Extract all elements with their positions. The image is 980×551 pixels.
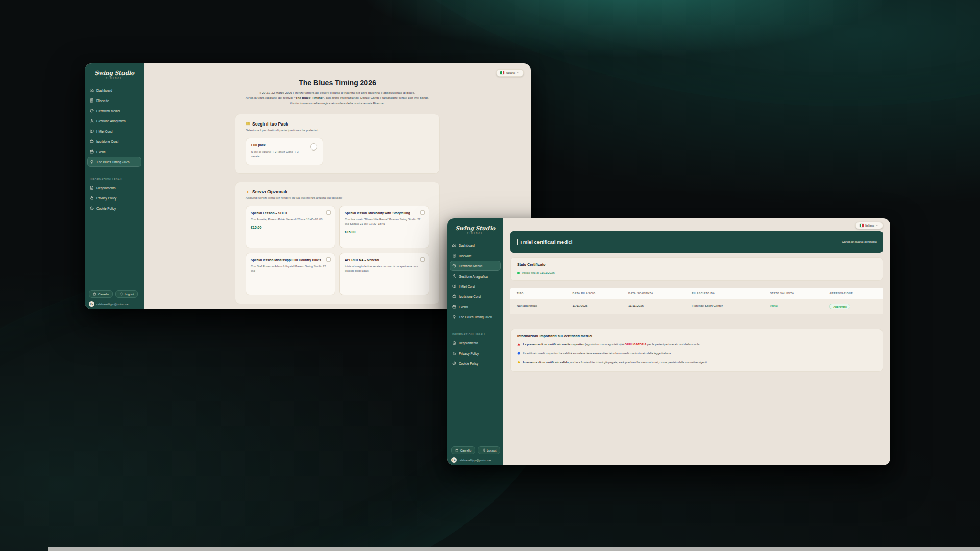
lock-icon <box>90 196 94 200</box>
info-item-mandatory: La presenza di un certificato medico spo… <box>517 342 876 346</box>
sidebar-item-certificati-medici[interactable]: Certificati Medici <box>450 261 501 271</box>
sidebar-item-dashboard[interactable]: Dashboard <box>87 85 141 95</box>
sidebar-item-label: Dashboard <box>96 89 112 92</box>
cart-button-label: Carrello <box>98 293 109 296</box>
services-section-subtitle: Aggiungi servizi extra per rendere la tu… <box>246 196 429 199</box>
sidebar: Swing Studio FIRENZE Dashboard Ricevute … <box>85 63 144 309</box>
sidebar-item-label: I Miei Corsi <box>96 130 113 133</box>
page-title: I miei certificati medici <box>521 239 573 245</box>
briefcase-icon <box>452 294 456 298</box>
logout-button[interactable]: Logout <box>478 446 500 454</box>
user-email: calabresefilippo@proton.me <box>96 303 128 306</box>
language-label: Italiano <box>506 71 515 74</box>
sidebar-item-privacy-policy[interactable]: Privacy Policy <box>450 348 501 358</box>
sidebar-item-privacy-policy[interactable]: Privacy Policy <box>87 193 141 203</box>
shopping-bag-icon <box>455 448 459 452</box>
app-logo: Swing Studio FIRENZE <box>85 70 144 79</box>
service-card-mississippi[interactable]: Special lesson Mississippi Hill Country … <box>246 253 335 295</box>
service-card-musicality[interactable]: Special lesson Musicality with Storytell… <box>339 206 429 248</box>
column-header: DATA SCADENZA <box>622 292 685 295</box>
sidebar-legal-nav: Regolamento Privacy Policy Cookie Policy <box>447 338 503 368</box>
receipt-icon <box>452 254 456 258</box>
user-icon <box>90 119 94 123</box>
sidebar-item-label: I Miei Corsi <box>459 285 475 288</box>
sidebar-item-eventi[interactable]: Eventi <box>87 146 141 157</box>
window-certificati-medici: Swing Studio FIRENZE Dashboard Ricevute … <box>447 218 890 465</box>
pack-description: 5 ore di lezione + 2 Taster Class + 3 se… <box>251 149 302 159</box>
language-selector[interactable]: Italiano <box>496 69 524 77</box>
info-item-validity: Il certificato medico sportivo ha validi… <box>517 351 876 355</box>
logo-text: Swing Studio <box>447 225 503 232</box>
sidebar-item-ricevute[interactable]: Ricevute <box>450 251 501 261</box>
sidebar-item-regolamento[interactable]: Regolamento <box>450 338 501 348</box>
bulb-icon <box>452 315 456 319</box>
sidebar-item-label: Iscrizione Corsi <box>96 140 118 143</box>
sidebar-item-label: Cookie Policy <box>96 207 116 210</box>
sidebar-item-label: Iscrizione Corsi <box>459 295 481 298</box>
table-row: Non agonistico 11/11/2025 11/11/2026 Flo… <box>510 299 883 314</box>
info-item-absence: In assenza di un certificato valido, anc… <box>517 360 876 364</box>
green-status-dot-icon <box>517 272 520 274</box>
logout-button[interactable]: Logout <box>115 290 138 298</box>
sidebar-item-gestione-anagrafica[interactable]: Gestione Anagrafica <box>87 116 141 126</box>
logout-icon <box>119 292 123 296</box>
sidebar-item-cookie-policy[interactable]: Cookie Policy <box>450 358 501 368</box>
status-line: Valido fino al 11/11/2026 <box>517 271 876 274</box>
sidebar-item-label: Ricevute <box>96 99 109 103</box>
cart-button[interactable]: Carrello <box>89 290 113 298</box>
service-checkbox[interactable] <box>326 257 331 262</box>
logout-button-label: Logout <box>487 449 496 452</box>
sidebar-item-iscrizione-corsi[interactable]: Iscrizione Corsi <box>87 136 141 146</box>
sidebar-item-iscrizione-corsi[interactable]: Iscrizione Corsi <box>450 291 501 302</box>
sidebar-item-regolamento[interactable]: Regolamento <box>87 183 141 193</box>
sidebar-item-blues-timing[interactable]: The Blues Timing 2026 <box>87 157 141 167</box>
service-checkbox[interactable] <box>326 210 331 215</box>
sidebar-item-cookie-policy[interactable]: Cookie Policy <box>87 203 141 213</box>
file-text-icon <box>452 341 456 345</box>
pack-card-full-pack[interactable]: Full pack 5 ore di lezione + 2 Taster Cl… <box>246 138 323 165</box>
receipt-icon <box>90 98 94 103</box>
sidebar-item-i-miei-corsi[interactable]: I Miei Corsi <box>450 281 501 291</box>
service-checkbox[interactable] <box>420 257 425 262</box>
upload-certificate-button[interactable]: Carica un nuovo certificato <box>842 240 877 243</box>
sidebar-item-gestione-anagrafica[interactable]: Gestione Anagrafica <box>450 271 501 281</box>
sidebar-item-label: Gestione Anagrafica <box>459 274 488 278</box>
sidebar-item-blues-timing[interactable]: The Blues Timing 2026 <box>450 312 501 322</box>
sidebar-item-eventi[interactable]: Eventi <box>450 302 501 312</box>
yellow-warning-triangle-icon <box>517 360 521 364</box>
service-card-solo[interactable]: Special Lesson – SOLO Con Annette, Press… <box>246 206 335 248</box>
sidebar-item-label: Certificati Medici <box>96 109 120 113</box>
pack-section-title: Scegli il tuo Pack <box>246 121 429 127</box>
services-section: Servizi Opzionali Aggiungi servizi extra… <box>235 182 440 304</box>
status-valid-text: Valido fino al 11/11/2026 <box>522 271 555 274</box>
cell-approvazione: Approvato <box>823 304 883 309</box>
language-selector[interactable]: Italiano <box>855 222 883 229</box>
sidebar: Swing Studio FIRENZE Dashboard Ricevute … <box>447 218 503 465</box>
content-topbar: Italiano <box>510 218 883 231</box>
user-info[interactable]: FC calabresefilippo@proton.me <box>451 457 499 463</box>
column-header: STATO VALIDITÀ <box>764 292 823 295</box>
sidebar-item-label: Regolamento <box>459 341 478 345</box>
screen-bottom-edge <box>48 547 980 551</box>
calendar-icon <box>452 305 456 309</box>
lock-icon <box>452 351 456 355</box>
status-card-title: Stato Certificato <box>517 262 876 267</box>
sidebar-item-ricevute[interactable]: Ricevute <box>87 95 141 106</box>
avatar: FC <box>451 457 457 463</box>
services-section-title: Servizi Opzionali <box>246 189 429 194</box>
pack-radio[interactable] <box>310 143 317 151</box>
sidebar-item-dashboard[interactable]: Dashboard <box>450 240 501 251</box>
sidebar-footer: Carrello Logout FC calabresefilippo@prot… <box>451 446 499 463</box>
page-title: The Blues Timing 2026 <box>235 79 440 87</box>
user-info[interactable]: FC calabresefilippo@proton.me <box>89 301 140 307</box>
sidebar-item-label: Gestione Anagrafica <box>96 119 126 123</box>
cart-button[interactable]: Carrello <box>451 446 475 454</box>
service-checkbox[interactable] <box>420 210 425 215</box>
book-icon <box>452 284 456 288</box>
sidebar-item-i-miei-corsi[interactable]: I Miei Corsi <box>87 126 141 136</box>
service-card-apericena[interactable]: APERICENA – Venerdì Inizia al meglio le … <box>339 253 429 295</box>
app-logo: Swing Studio FIRENZE <box>447 225 503 234</box>
pack-name: Full pack <box>251 143 317 147</box>
home-icon <box>90 88 94 92</box>
sidebar-item-certificati-medici[interactable]: Certificati Medici <box>87 106 141 116</box>
